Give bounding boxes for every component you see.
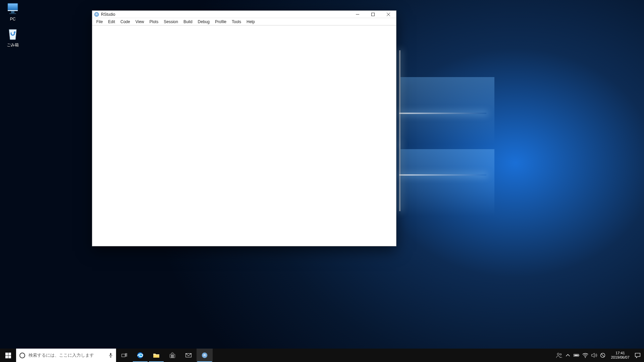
task-view-button[interactable] [116, 349, 132, 362]
svg-point-22 [557, 353, 559, 355]
svg-rect-17 [171, 356, 172, 357]
svg-rect-15 [171, 355, 172, 356]
tray-wifi[interactable] [581, 352, 590, 359]
battery-icon [573, 352, 580, 359]
menu-help[interactable]: Help [244, 19, 258, 25]
close-button[interactable] [381, 11, 396, 18]
tray-date: 2019/06/07 [611, 355, 629, 360]
svg-rect-16 [173, 355, 174, 356]
window-title: RStudio [101, 12, 115, 17]
svg-rect-18 [173, 356, 174, 357]
menu-debug[interactable]: Debug [195, 19, 212, 25]
search-placeholder: 検索するには、ここに入力します [29, 352, 105, 358]
task-view-icon [121, 353, 127, 358]
menu-session[interactable]: Session [161, 19, 181, 25]
chevron-up-icon [564, 352, 572, 359]
rstudio-app-icon: R [94, 12, 99, 17]
store-icon [169, 352, 176, 359]
notification-icon [634, 352, 641, 359]
menu-plots[interactable]: Plots [147, 19, 161, 25]
svg-rect-2 [11, 11, 14, 13]
taskbar-search[interactable]: 検索するには、ここに入力します [16, 349, 116, 362]
desktop-icon-pc[interactable]: PC [0, 2, 25, 21]
svg-rect-5 [5, 353, 8, 355]
svg-rect-3 [9, 13, 16, 14]
svg-rect-6 [8, 353, 11, 355]
svg-rect-8 [8, 356, 11, 358]
svg-rect-12 [125, 355, 126, 356]
desktop[interactable]: PC ごみ箱 R RStudio File Edit Code View Plo… [0, 0, 644, 362]
wallpaper-glow [400, 149, 494, 216]
rstudio-window: R RStudio File Edit Code View Plots Sess… [92, 10, 396, 246]
taskbar-app-edge[interactable] [132, 349, 148, 362]
rstudio-blank-body [92, 25, 396, 246]
system-tray: 17:41 2019/06/07 [555, 349, 644, 362]
taskbar-pinned: R [132, 349, 213, 362]
cortana-circle-icon [19, 353, 25, 358]
start-button[interactable] [0, 349, 16, 362]
window-titlebar[interactable]: R RStudio [92, 11, 396, 18]
taskbar-app-store[interactable] [164, 349, 180, 362]
minimize-button[interactable] [350, 11, 365, 18]
tray-volume[interactable] [590, 352, 598, 359]
wallpaper-beam [399, 50, 400, 144]
svg-rect-1 [8, 10, 18, 11]
menu-code[interactable]: Code [118, 19, 133, 25]
taskbar-app-mail[interactable] [180, 349, 197, 362]
menu-edit[interactable]: Edit [105, 19, 118, 25]
taskbar: 検索するには、ここに入力します R [0, 349, 644, 362]
menu-view[interactable]: View [133, 19, 147, 25]
windows-logo-icon [5, 353, 11, 358]
desktop-icon-recycle-bin[interactable]: ごみ箱 [0, 27, 25, 48]
speaker-icon [590, 352, 598, 359]
svg-text:R: R [204, 353, 206, 357]
mail-icon [185, 352, 192, 359]
svg-rect-14 [170, 354, 175, 358]
tray-action-center[interactable] [633, 352, 642, 359]
tray-battery[interactable] [572, 352, 581, 359]
menu-tools[interactable]: Tools [229, 19, 244, 25]
people-icon [555, 352, 563, 359]
folder-icon [153, 352, 160, 359]
tray-time: 17:41 [615, 351, 625, 355]
edge-icon [137, 352, 144, 359]
svg-rect-4 [372, 13, 375, 16]
recycle-bin-icon [6, 27, 20, 41]
tray-overflow[interactable] [564, 352, 572, 359]
maximize-button[interactable] [365, 11, 381, 18]
monitor-icon [6, 2, 20, 15]
svg-rect-25 [579, 355, 579, 356]
rstudio-taskbar-icon: R [201, 352, 208, 359]
tray-no-entry[interactable] [598, 352, 607, 359]
wallpaper-glow [400, 77, 494, 144]
menu-build[interactable]: Build [181, 19, 195, 25]
wallpaper-beam [399, 144, 400, 211]
svg-rect-10 [121, 354, 125, 357]
taskbar-app-rstudio[interactable]: R [197, 349, 213, 362]
svg-rect-9 [110, 353, 111, 356]
svg-rect-7 [5, 356, 8, 358]
svg-rect-11 [125, 353, 126, 354]
wallpaper-beam [399, 113, 486, 114]
wallpaper-beam [399, 174, 486, 176]
svg-rect-0 [8, 3, 18, 10]
tray-people[interactable] [555, 352, 564, 359]
blocked-circle-icon [599, 352, 606, 359]
desktop-icon-label: ごみ箱 [0, 42, 25, 48]
wifi-icon [582, 352, 589, 359]
menubar: File Edit Code View Plots Session Build … [92, 18, 396, 25]
tray-clock[interactable]: 17:41 2019/06/07 [607, 351, 633, 360]
svg-rect-26 [574, 355, 578, 356]
microphone-icon[interactable] [109, 353, 113, 358]
desktop-icon-label: PC [0, 17, 25, 21]
svg-point-23 [560, 354, 561, 355]
svg-point-27 [585, 357, 586, 358]
menu-profile[interactable]: Profile [212, 19, 229, 25]
menu-file[interactable]: File [94, 19, 105, 25]
taskbar-app-explorer[interactable] [148, 349, 164, 362]
